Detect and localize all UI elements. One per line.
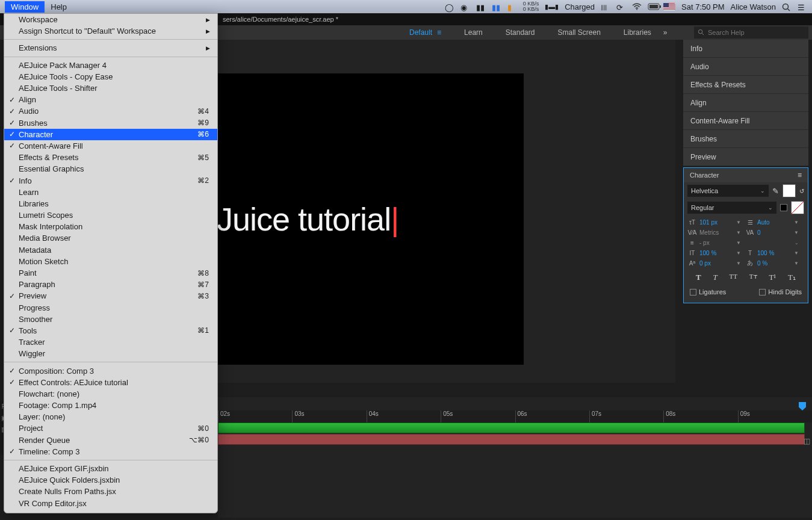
clock[interactable]: Sat 7:50 PM bbox=[681, 2, 725, 11]
menu-item-libraries[interactable]: Libraries bbox=[4, 198, 217, 209]
kerning-value[interactable]: Metrics bbox=[699, 229, 732, 236]
composition-viewer[interactable]: Juice tutorial| bbox=[218, 40, 675, 383]
menu-item-content-aware-fill[interactable]: Content-Aware Fill bbox=[4, 140, 217, 152]
menu-item-paragraph[interactable]: Paragraph⌘7 bbox=[4, 279, 217, 290]
menu-item-timeline-comp-3[interactable]: Timeline: Comp 3 bbox=[4, 446, 217, 457]
black-swatch[interactable] bbox=[780, 204, 787, 211]
leading-dd[interactable]: ▼ bbox=[791, 220, 802, 225]
timeline-track-2[interactable] bbox=[218, 434, 805, 445]
panel-tab-info[interactable]: Info bbox=[683, 40, 808, 58]
spotlight-icon[interactable] bbox=[782, 3, 792, 10]
cc-icon[interactable]: ◉ bbox=[460, 3, 470, 10]
menubar-help[interactable]: Help bbox=[45, 1, 73, 13]
menu-item-create-nulls-from-paths-jsx[interactable]: Create Nulls From Paths.jsx bbox=[4, 486, 217, 497]
menu-item-brushes[interactable]: Brushes⌘9 bbox=[4, 117, 217, 129]
baseline-value[interactable]: 0 px bbox=[699, 260, 732, 267]
panel-tab-effects-presets[interactable]: Effects & Presets bbox=[683, 76, 808, 94]
menu-item-media-browser[interactable]: Media Browser bbox=[4, 232, 217, 244]
menu-item-smoother[interactable]: Smoother bbox=[4, 314, 217, 325]
stroke-width-dd[interactable]: ▼ bbox=[733, 240, 744, 246]
workspace-tab-small-screen[interactable]: Small Screen bbox=[557, 28, 600, 37]
window-menu-dropdown[interactable]: WorkspaceAssign Shortcut to "Default" Wo… bbox=[4, 13, 218, 513]
menu-item-effect-controls-aejuice-tutorial[interactable]: Effect Controls: AEJuice tutorial bbox=[4, 377, 217, 388]
vscale-value[interactable]: 100 % bbox=[699, 250, 732, 256]
menu-item-render-queue[interactable]: Render Queue⌥⌘0 bbox=[4, 435, 217, 446]
hscale-value[interactable]: 100 % bbox=[757, 250, 790, 256]
user-name[interactable]: Alice Watson bbox=[731, 2, 776, 11]
menu-item-metadata[interactable]: Metadata bbox=[4, 244, 217, 256]
menu-item-paint[interactable]: Paint⌘8 bbox=[4, 267, 217, 279]
font-family-select[interactable]: Helvetica⌄ bbox=[687, 185, 769, 197]
font-size-dd[interactable]: ▼ bbox=[733, 220, 744, 225]
timeline-track-1[interactable] bbox=[218, 422, 805, 433]
menu-item-tracker[interactable]: Tracker bbox=[4, 336, 217, 348]
menu-item-wiggler[interactable]: Wiggler bbox=[4, 348, 217, 359]
fill-color-swatch[interactable] bbox=[783, 184, 796, 197]
search-help[interactable] bbox=[694, 26, 808, 39]
workspace-tab-learn[interactable]: Learn bbox=[464, 28, 483, 37]
menu-item-aejuice-export-gif-jsxbin[interactable]: AEJuice Export GIF.jsxbin bbox=[4, 463, 217, 474]
cpu-icon[interactable]: ▮▮ bbox=[476, 3, 486, 10]
playhead-icon[interactable] bbox=[799, 402, 806, 410]
battery-charged-icon[interactable]: ▮▬▮ bbox=[545, 3, 559, 11]
workspace-tab-standard[interactable]: Standard bbox=[506, 28, 535, 37]
smallcaps-button[interactable]: Tᴛ bbox=[749, 273, 757, 282]
panel-tab-align[interactable]: Align bbox=[683, 94, 808, 112]
stroke-style-dd[interactable]: ⌄ bbox=[791, 240, 802, 246]
adobe-icon[interactable]: ◯ bbox=[445, 3, 454, 10]
menu-item-preview[interactable]: Preview⌘3 bbox=[4, 290, 217, 302]
tracking-value[interactable]: 0 bbox=[757, 229, 790, 236]
menu-item-footage-comp-1-mp4[interactable]: Footage: Comp 1.mp4 bbox=[4, 400, 217, 411]
menu-item-composition-comp-3[interactable]: Composition: Comp 3 bbox=[4, 365, 217, 376]
menu-item-flowchart-none[interactable]: Flowchart: (none) bbox=[4, 388, 217, 400]
vscale-dd[interactable]: ▼ bbox=[733, 250, 744, 256]
panel-tab-audio[interactable]: Audio bbox=[683, 58, 808, 76]
menu-item-tools[interactable]: Tools⌘1 bbox=[4, 325, 217, 336]
menu-item-essential-graphics[interactable]: Essential Graphics bbox=[4, 163, 217, 175]
workspace-tab-default[interactable]: Default bbox=[409, 28, 432, 37]
menu-item-aejuice-pack-manager-4[interactable]: AEJuice Pack Manager 4 bbox=[4, 60, 217, 71]
panel-tab-brushes[interactable]: Brushes bbox=[683, 130, 808, 148]
menu-item-assign-shortcut-to-default-workspace[interactable]: Assign Shortcut to "Default" Workspace bbox=[4, 25, 217, 37]
menu-item-progress[interactable]: Progress bbox=[4, 302, 217, 314]
tracking-dd[interactable]: ▼ bbox=[791, 230, 802, 235]
menu-item-aejuice-quick-folders-jsxbin[interactable]: AEJuice Quick Folders.jsxbin bbox=[4, 474, 217, 486]
menu-item-align[interactable]: Align bbox=[4, 94, 217, 105]
equalizer-icon[interactable]: ⦀⦀ bbox=[601, 3, 610, 10]
time-ruler[interactable]: 02s03s04s05s06s07s08s09s bbox=[218, 410, 812, 422]
panel-tab-content-aware-fill[interactable]: Content-Aware Fill bbox=[683, 112, 808, 130]
stroke-width-value[interactable]: - px bbox=[699, 240, 732, 246]
ligatures-checkbox[interactable]: Ligatures bbox=[690, 288, 726, 296]
baseline-dd[interactable]: ▼ bbox=[733, 261, 744, 266]
disk-icon[interactable]: ▮▮ bbox=[492, 3, 501, 10]
menu-item-motion-sketch[interactable]: Motion Sketch bbox=[4, 256, 217, 267]
timeline-panel[interactable]: 02s03s04s05s06s07s08s09s ◫ bbox=[218, 397, 812, 518]
panel-menu-icon[interactable]: ≡ bbox=[798, 171, 802, 179]
leading-value[interactable]: Auto bbox=[757, 219, 790, 226]
text-layer[interactable]: Juice tutorial| bbox=[217, 200, 398, 238]
hindi-digits-checkbox[interactable]: Hindi Digits bbox=[759, 288, 802, 296]
subscript-button[interactable]: T₁ bbox=[788, 273, 796, 282]
menu-item-mask-interpolation[interactable]: Mask Interpolation bbox=[4, 221, 217, 232]
workspace-options-icon[interactable]: ≡ bbox=[437, 28, 441, 37]
tsume-dd[interactable]: ▼ bbox=[791, 261, 802, 266]
temp-icon[interactable]: ▮ bbox=[507, 3, 517, 10]
menu-item-layer-none[interactable]: Layer: (none) bbox=[4, 411, 217, 422]
superscript-button[interactable]: T¹ bbox=[769, 273, 776, 282]
hscale-dd[interactable]: ▼ bbox=[791, 250, 802, 256]
allcaps-button[interactable]: TT bbox=[730, 273, 737, 282]
menu-item-audio[interactable]: Audio⌘4 bbox=[4, 105, 217, 117]
tsume-value[interactable]: 0 % bbox=[757, 260, 790, 267]
bold-button[interactable]: T bbox=[696, 273, 701, 282]
composition-canvas[interactable]: Juice tutorial| bbox=[218, 73, 524, 365]
swap-colors-icon[interactable]: ↺ bbox=[799, 188, 804, 194]
menu-item-lumetri-scopes[interactable]: Lumetri Scopes bbox=[4, 209, 217, 221]
workspaces-overflow-icon[interactable]: » bbox=[663, 28, 668, 37]
kerning-dd[interactable]: ▼ bbox=[733, 230, 744, 235]
menu-item-info[interactable]: Info⌘2 bbox=[4, 175, 217, 186]
menu-item-learn[interactable]: Learn bbox=[4, 187, 217, 198]
italic-button[interactable]: T bbox=[713, 273, 717, 282]
menubar-window[interactable]: Window bbox=[5, 1, 45, 13]
flag-icon[interactable] bbox=[663, 3, 675, 10]
menu-item-vr-comp-editor-jsx[interactable]: VR Comp Editor.jsx bbox=[4, 498, 217, 509]
